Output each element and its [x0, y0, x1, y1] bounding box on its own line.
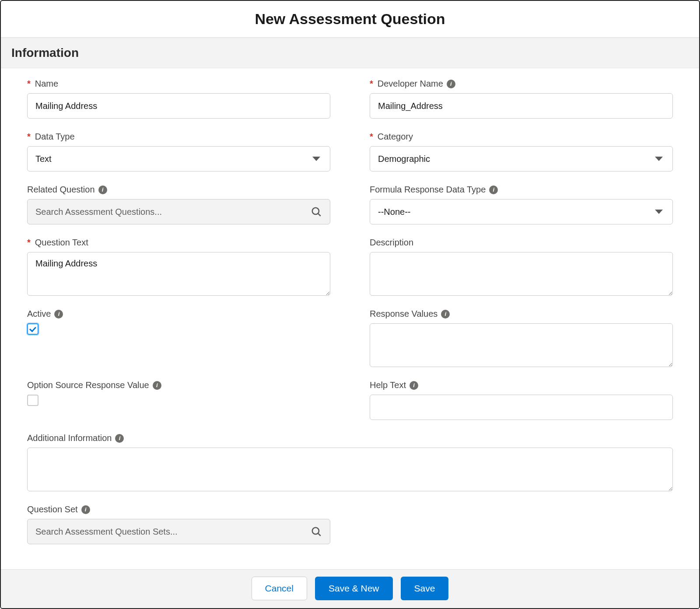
- label-question-text: * Question Text: [27, 238, 330, 248]
- field-help-text: Help Text i: [370, 380, 673, 420]
- svg-line-1: [318, 214, 320, 216]
- label-text: Additional Information: [27, 433, 112, 443]
- info-icon[interactable]: i: [441, 310, 450, 318]
- additional-information-textarea[interactable]: [27, 448, 673, 491]
- info-icon[interactable]: i: [153, 381, 161, 390]
- info-icon[interactable]: i: [115, 434, 124, 443]
- section-header-information: Information: [1, 38, 699, 68]
- active-checkbox[interactable]: [27, 323, 38, 335]
- label-question-set: Question Set i: [27, 504, 330, 514]
- check-icon: [29, 325, 36, 332]
- field-question-text: * Question Text: [27, 238, 330, 296]
- required-asterisk: *: [27, 79, 31, 89]
- label-name: * Name: [27, 79, 330, 89]
- svg-point-0: [312, 208, 319, 214]
- label-additional-information: Additional Information i: [27, 433, 673, 443]
- chevron-down-icon: [655, 210, 663, 214]
- data-type-select[interactable]: Text: [27, 146, 330, 172]
- label-text: Data Type: [35, 132, 75, 142]
- label-text: Name: [35, 79, 58, 89]
- modal-header: New Assessment Question: [1, 1, 699, 38]
- info-icon[interactable]: i: [81, 505, 90, 514]
- info-icon[interactable]: i: [489, 186, 498, 194]
- name-input[interactable]: [27, 93, 330, 119]
- placeholder-text: Search Assessment Question Sets...: [35, 527, 178, 537]
- info-icon[interactable]: i: [98, 186, 107, 194]
- description-textarea[interactable]: [370, 252, 673, 296]
- field-category: * Category Demographic: [370, 132, 673, 172]
- info-icon[interactable]: i: [410, 381, 418, 390]
- svg-line-3: [318, 533, 320, 536]
- response-values-textarea[interactable]: [370, 323, 673, 367]
- label-category: * Category: [370, 132, 673, 142]
- required-asterisk: *: [27, 132, 31, 142]
- label-text: Help Text: [370, 380, 406, 390]
- modal-title: New Assessment Question: [1, 10, 699, 28]
- field-active: Active i: [27, 309, 330, 335]
- label-text: Developer Name: [378, 79, 443, 89]
- svg-point-2: [312, 528, 319, 534]
- category-select[interactable]: Demographic: [370, 146, 673, 172]
- form-body: * Name * Developer Name i * Data Type: [1, 68, 699, 569]
- field-question-set: Question Set i Search Assessment Questio…: [27, 504, 330, 544]
- label-related-question: Related Question i: [27, 185, 330, 195]
- question-text-textarea[interactable]: [27, 252, 330, 296]
- select-value: Demographic: [378, 154, 430, 164]
- modal-footer: Cancel Save & New Save: [1, 569, 699, 608]
- required-asterisk: *: [370, 79, 373, 89]
- label-active: Active i: [27, 309, 330, 319]
- required-asterisk: *: [27, 238, 31, 248]
- select-value: Text: [35, 154, 52, 164]
- developer-name-input[interactable]: [370, 93, 673, 119]
- label-text: Response Values: [370, 309, 438, 319]
- label-text: Related Question: [27, 185, 95, 195]
- label-text: Question Set: [27, 504, 78, 514]
- modal-window: New Assessment Question Information * Na…: [0, 0, 700, 609]
- info-icon[interactable]: i: [54, 310, 63, 318]
- label-text: Formula Response Data Type: [370, 185, 486, 195]
- field-option-source-response-value: Option Source Response Value i: [27, 380, 330, 406]
- question-set-lookup[interactable]: Search Assessment Question Sets...: [27, 519, 330, 544]
- search-icon: [311, 526, 322, 537]
- info-icon[interactable]: i: [447, 80, 455, 88]
- save-and-new-button[interactable]: Save & New: [315, 577, 393, 600]
- placeholder-text: Search Assessment Questions...: [35, 207, 162, 217]
- label-text: Question Text: [35, 238, 88, 248]
- chevron-down-icon: [655, 157, 663, 161]
- field-name: * Name: [27, 79, 330, 119]
- label-developer-name: * Developer Name i: [370, 79, 673, 89]
- label-formula-response-data-type: Formula Response Data Type i: [370, 185, 673, 195]
- formula-response-data-type-select[interactable]: --None--: [370, 199, 673, 224]
- cancel-button[interactable]: Cancel: [252, 577, 307, 600]
- label-option-source-response-value: Option Source Response Value i: [27, 380, 330, 390]
- select-value: --None--: [378, 207, 410, 217]
- label-text: Active: [27, 309, 51, 319]
- field-data-type: * Data Type Text: [27, 132, 330, 172]
- label-response-values: Response Values i: [370, 309, 673, 319]
- field-additional-information: Additional Information i: [27, 433, 673, 491]
- save-button[interactable]: Save: [401, 577, 449, 600]
- field-related-question: Related Question i Search Assessment Que…: [27, 185, 330, 224]
- label-description: Description: [370, 238, 673, 248]
- help-text-input[interactable]: [370, 395, 673, 420]
- label-data-type: * Data Type: [27, 132, 330, 142]
- field-developer-name: * Developer Name i: [370, 79, 673, 119]
- required-asterisk: *: [370, 132, 373, 142]
- related-question-lookup[interactable]: Search Assessment Questions...: [27, 199, 330, 224]
- option-source-response-value-checkbox[interactable]: [27, 395, 38, 406]
- field-response-values: Response Values i: [370, 309, 673, 367]
- label-text: Category: [378, 132, 413, 142]
- field-formula-response-data-type: Formula Response Data Type i --None--: [370, 185, 673, 224]
- label-help-text: Help Text i: [370, 380, 673, 390]
- search-icon: [311, 206, 322, 217]
- field-description: Description: [370, 238, 673, 296]
- label-text: Description: [370, 238, 413, 248]
- label-text: Option Source Response Value: [27, 380, 149, 390]
- chevron-down-icon: [312, 157, 320, 161]
